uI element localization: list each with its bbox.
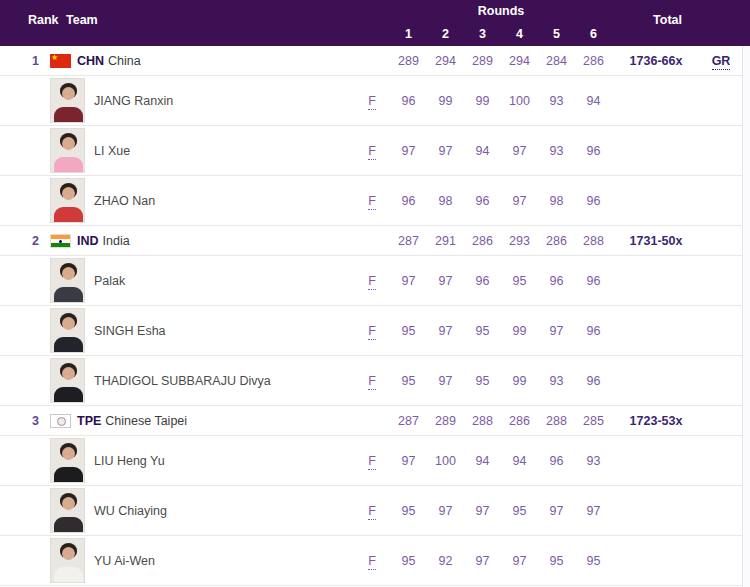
athlete-name: SINGH Esha <box>94 324 166 338</box>
col-header-round-4: 4 <box>501 27 538 41</box>
round-score: 97 <box>575 504 612 518</box>
round-score: 96 <box>575 194 612 208</box>
team-total: 1731-50x <box>612 234 700 248</box>
round-score: 95 <box>501 504 538 518</box>
team-rank: 3 <box>0 414 50 428</box>
team-cell: IND India <box>50 234 354 248</box>
record-link[interactable]: GR <box>712 54 731 70</box>
col-header-rank: Rank <box>28 13 59 27</box>
table-header: Rank Team Rounds 1 2 3 4 5 6 Total <box>0 0 750 46</box>
final-link[interactable]: F <box>368 504 376 520</box>
round-score: 97 <box>427 374 464 388</box>
team-name: Chinese Taipei <box>105 414 187 428</box>
col-header-rounds: Rounds <box>390 4 612 18</box>
athlete-row: ZHAO Nan F 96 98 96 97 98 96 <box>0 176 750 226</box>
round-score: 95 <box>390 554 427 568</box>
final-link[interactable]: F <box>368 324 376 340</box>
final-link[interactable]: F <box>368 454 376 470</box>
team-round-score: 288 <box>538 414 575 428</box>
team-round-score: 288 <box>575 234 612 248</box>
athlete-name: THADIGOL SUBBARAJU Divya <box>94 374 271 388</box>
round-score: 95 <box>464 324 501 338</box>
athlete-photo <box>50 258 85 303</box>
round-score: 96 <box>464 194 501 208</box>
team-round-score: 287 <box>390 234 427 248</box>
team-round-score: 288 <box>464 414 501 428</box>
round-score: 95 <box>390 324 427 338</box>
round-score: 100 <box>427 454 464 468</box>
athlete-photo <box>50 358 85 403</box>
table-body: 1 CHN China 289 294 289 294 284 286 1736… <box>0 46 750 586</box>
round-score: 94 <box>464 454 501 468</box>
team-noc: CHN <box>77 54 104 68</box>
scrollbar-track[interactable] <box>742 46 750 587</box>
final-link[interactable]: F <box>368 554 376 570</box>
col-header-round-2: 2 <box>427 27 464 41</box>
round-score: 92 <box>427 554 464 568</box>
team-round-score: 293 <box>501 234 538 248</box>
athlete-photo <box>50 488 85 533</box>
round-score: 95 <box>575 554 612 568</box>
team-total: 1723-53x <box>612 414 700 428</box>
team-round-score: 289 <box>464 54 501 68</box>
final-link[interactable]: F <box>368 94 376 110</box>
athlete-row: THADIGOL SUBBARAJU Divya F 95 97 95 99 9… <box>0 356 750 406</box>
athlete-photo <box>50 128 85 173</box>
round-score: 94 <box>575 94 612 108</box>
round-score: 97 <box>427 324 464 338</box>
round-score: 99 <box>501 374 538 388</box>
athlete-row: JIANG Ranxin F 96 99 99 100 93 94 <box>0 76 750 126</box>
team-round-score: 291 <box>427 234 464 248</box>
athlete-name: ZHAO Nan <box>94 194 155 208</box>
round-score: 97 <box>501 194 538 208</box>
athlete-row: YU Ai-Wen F 95 92 97 97 95 95 <box>0 536 750 586</box>
col-header-round-3: 3 <box>464 27 501 41</box>
team-row: 3 TPE Chinese Taipei 287 289 288 286 288… <box>0 406 750 436</box>
round-score: 99 <box>501 324 538 338</box>
athlete-photo <box>50 538 85 583</box>
flag-icon-chn <box>50 54 71 68</box>
round-score: 97 <box>390 144 427 158</box>
final-link[interactable]: F <box>368 144 376 160</box>
team-rank: 2 <box>0 234 50 248</box>
round-score: 95 <box>390 374 427 388</box>
round-score: 96 <box>575 374 612 388</box>
team-cell: CHN China <box>50 54 354 68</box>
round-score: 93 <box>538 374 575 388</box>
col-header-team: Team <box>66 13 98 27</box>
final-link[interactable]: F <box>368 194 376 210</box>
final-link[interactable]: F <box>368 374 376 390</box>
team-round-score: 286 <box>501 414 538 428</box>
athlete-photo <box>50 178 85 223</box>
round-score: 94 <box>501 454 538 468</box>
flag-icon-ind <box>50 234 71 248</box>
team-round-score: 285 <box>575 414 612 428</box>
team-round-score: 294 <box>501 54 538 68</box>
round-score: 96 <box>575 324 612 338</box>
team-rank: 1 <box>0 54 50 68</box>
team-name: China <box>108 54 141 68</box>
team-name: India <box>103 234 130 248</box>
team-round-score: 287 <box>390 414 427 428</box>
col-header-round-5: 5 <box>538 27 575 41</box>
col-header-total: Total <box>592 13 682 27</box>
team-round-score: 294 <box>427 54 464 68</box>
team-round-score: 286 <box>575 54 612 68</box>
round-score: 93 <box>575 454 612 468</box>
round-score: 99 <box>427 94 464 108</box>
round-score: 97 <box>390 274 427 288</box>
athlete-row: SINGH Esha F 95 97 95 99 97 96 <box>0 306 750 356</box>
athlete-photo <box>50 308 85 353</box>
round-score: 95 <box>538 554 575 568</box>
athlete-photo <box>50 438 85 483</box>
team-round-score: 289 <box>427 414 464 428</box>
athlete-row: LIU Heng Yu F 97 100 94 94 96 93 <box>0 436 750 486</box>
athlete-row: Palak F 97 97 96 95 96 96 <box>0 256 750 306</box>
round-score: 96 <box>575 274 612 288</box>
team-round-score: 284 <box>538 54 575 68</box>
round-score: 97 <box>538 324 575 338</box>
athlete-name: WU Chiaying <box>94 504 167 518</box>
athlete-name: Palak <box>94 274 125 288</box>
final-link[interactable]: F <box>368 274 376 290</box>
round-score: 99 <box>464 94 501 108</box>
